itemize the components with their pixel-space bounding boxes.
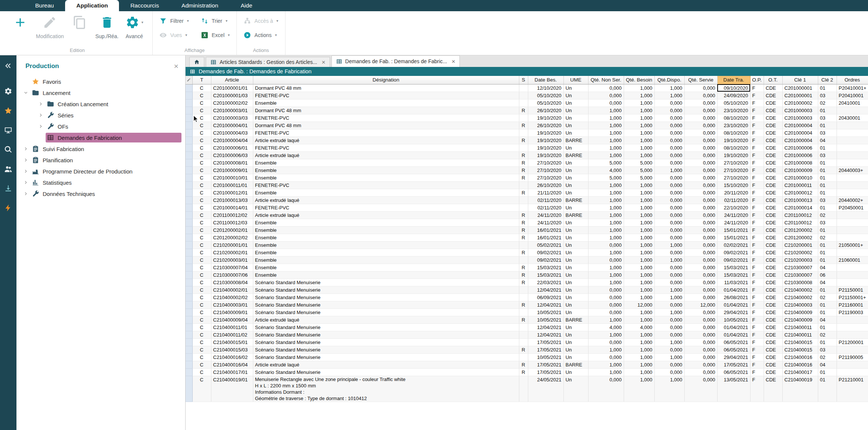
chevron-right-icon[interactable]	[38, 123, 46, 129]
grid-cell[interactable]: 0,000	[684, 136, 717, 144]
grid-cell[interactable]: F	[750, 196, 764, 204]
grid-cell[interactable]: F	[750, 331, 764, 338]
grid-cell[interactable]: 1,000	[588, 144, 624, 151]
grid-cell[interactable]: Un	[563, 234, 588, 241]
grid-cell[interactable]: C210300008	[782, 279, 818, 286]
grid-cell[interactable]: C201000011	[782, 181, 818, 189]
grid-cell[interactable]: C210400003/01	[211, 301, 253, 308]
grid-cell[interactable]: R	[519, 346, 528, 353]
grid-cell[interactable]: 01	[818, 181, 837, 189]
grid-cell[interactable]: 1,000	[624, 151, 654, 159]
grid-cell[interactable]: 0,000	[588, 99, 624, 107]
grid-cell[interactable]: 01/04/2021	[717, 331, 750, 338]
grid-cell[interactable]: Un	[563, 376, 588, 402]
grid-cell[interactable]: CDE	[764, 368, 782, 376]
grid-cell[interactable]: R	[519, 271, 528, 279]
grid-cell[interactable]: 1,000	[624, 234, 654, 241]
grid-cell[interactable]	[519, 92, 528, 99]
grid-cell[interactable]: 1,000	[588, 264, 624, 271]
grid-cell[interactable]: 1,000	[624, 353, 654, 361]
grid-cell[interactable]: 15/01/2021	[717, 234, 750, 241]
grid-cell[interactable]: Dormant PVC 48 mm	[253, 84, 519, 92]
grid-cell[interactable]: 1,000	[624, 338, 654, 346]
grid-cell[interactable]: 0,000	[684, 361, 717, 368]
grid-cell[interactable]: C210300007/06	[211, 271, 253, 279]
grid-cell[interactable]: CDE	[764, 211, 782, 219]
grid-cell[interactable]: C210400019/01	[211, 376, 253, 402]
grid-cell[interactable]: 03	[818, 219, 837, 226]
grid-cell[interactable]: 05/02/2021	[528, 241, 563, 249]
row-indicator[interactable]	[186, 301, 192, 308]
grid-cell[interactable]: C201000013/03	[211, 196, 253, 204]
grid-cell[interactable]: F	[750, 264, 764, 271]
grid-cell[interactable]: F	[750, 271, 764, 279]
grid-cell[interactable]: CDE	[764, 316, 782, 323]
grid-cell[interactable]: Scénario Standard Menuiserie	[253, 368, 519, 376]
grid-cell[interactable]: BARRE	[563, 136, 588, 144]
grid-cell[interactable]: R	[519, 107, 528, 114]
row-indicator[interactable]	[186, 323, 192, 331]
table-row[interactable]: CC201000011/01FENETRE-PVC26/10/2020Un1,0…	[186, 181, 868, 189]
column-header-date-tra[interactable]: Date Tra.	[717, 76, 750, 84]
column-header-cle-2[interactable]: Clé 2	[818, 76, 837, 84]
table-row[interactable]: CC210200001/01Ensemble05/02/2021Un0,0001…	[186, 241, 868, 249]
grid-cell[interactable]: 0,000	[684, 368, 717, 376]
grid-cell[interactable]: Un	[563, 286, 588, 294]
grid-cell[interactable]: C	[192, 361, 211, 368]
grid-cell[interactable]: 05/10/2020	[717, 99, 750, 107]
grid-cell[interactable]: 0,000	[684, 294, 717, 301]
grid-cell[interactable]: C	[192, 174, 211, 181]
grid-cell[interactable]: 1,000	[588, 361, 624, 368]
row-indicator[interactable]	[186, 174, 192, 181]
grid-cell[interactable]: F	[750, 346, 764, 353]
grid-cell[interactable]	[519, 204, 528, 211]
grid-cell[interactable]: 01	[818, 368, 837, 376]
grid-cell[interactable]: F	[750, 323, 764, 331]
grid-cell[interactable]: 12/10/2020	[528, 84, 563, 92]
chevron-right-icon[interactable]	[23, 146, 31, 152]
row-indicator[interactable]	[186, 92, 192, 99]
table-row[interactable]: CC201200002/02EnsembleR16/01/2021Un1,000…	[186, 234, 868, 241]
grid-cell[interactable]: 1,000	[624, 196, 654, 204]
grid-cell[interactable]: C201000013	[782, 196, 818, 204]
grid-cell[interactable]: 03	[818, 196, 837, 204]
grid-cell[interactable]: C	[192, 181, 211, 189]
grid-cell[interactable]: 01	[818, 226, 837, 234]
grid-cell[interactable]	[837, 219, 868, 226]
column-header-o-p[interactable]: O.P.	[750, 76, 764, 84]
grid-cell[interactable]: 04	[818, 361, 837, 368]
grid-cell[interactable]: Scénario Standard Menuiserie	[253, 286, 519, 294]
grid-cell[interactable]: R	[519, 368, 528, 376]
grid-cell[interactable]: 0,000	[684, 122, 717, 129]
grid-cell[interactable]: C	[192, 122, 211, 129]
grid-cell[interactable]: P21190003	[837, 308, 868, 316]
grid-cell[interactable]: 10/05/2021	[717, 316, 750, 323]
grid-cell[interactable]: 06/05/2021	[717, 338, 750, 346]
rail-download-button[interactable]	[4, 184, 13, 193]
grid-cell[interactable]: F	[750, 353, 764, 361]
grid-cell[interactable]: Menuiserie Rectangle avec Une zone princ…	[253, 376, 519, 402]
grid-cell[interactable]: 0,000	[588, 353, 624, 361]
grid-cell[interactable]: P20410001+	[837, 84, 868, 92]
grid-cell[interactable]: C	[192, 308, 211, 316]
grid-cell[interactable]: 20/11/2020	[717, 189, 750, 196]
grid-cell[interactable]: CDE	[764, 234, 782, 241]
grid-cell[interactable]: 1,000	[588, 136, 624, 144]
grid-cell[interactable]: C	[192, 189, 211, 196]
grid-cell[interactable]: 02	[818, 331, 837, 338]
grid-cell[interactable]: C	[192, 353, 211, 361]
row-indicator[interactable]	[186, 264, 192, 271]
table-row[interactable]: CC201200002/01EnsembleR16/01/2021Un1,000…	[186, 226, 868, 234]
grid-cell[interactable]: 1,000	[588, 107, 624, 114]
grid-cell[interactable]: 0,000	[654, 361, 684, 368]
grid-cell[interactable]: C201000010/01	[211, 174, 253, 181]
grid-cell[interactable]: C	[192, 331, 211, 338]
grid-cell[interactable]: 12,000	[624, 301, 654, 308]
grid-cell[interactable]: F	[750, 234, 764, 241]
grid-cell[interactable]: 1,000	[624, 129, 654, 136]
grid-cell[interactable]: 06/05/2021	[717, 346, 750, 353]
column-header-ordres[interactable]: Ordres	[837, 76, 868, 84]
grid-cell[interactable]: Scénario Standard Menuiserie	[253, 338, 519, 346]
grid-cell[interactable]: 0,000	[654, 151, 684, 159]
table-row[interactable]: CC210400009/01Scénario Standard Menuiser…	[186, 308, 868, 316]
